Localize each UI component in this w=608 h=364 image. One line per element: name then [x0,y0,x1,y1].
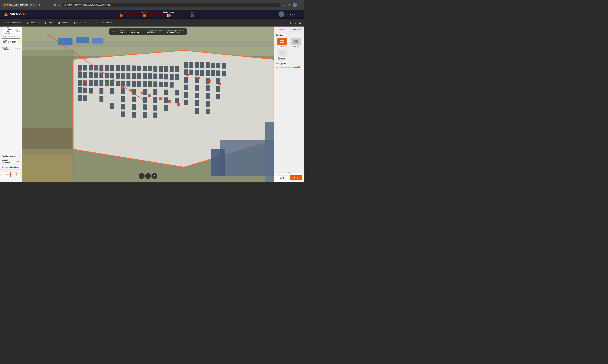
back-nav-btn[interactable]: ← [43,3,47,7]
view-all-btn[interactable]: ⛶ View all [87,21,100,25]
free-size-btn[interactable]: ⬚ Free size [12,171,21,177]
svg-rect-146 [220,140,274,176]
svg-rect-128 [83,80,86,82]
shadow-btn[interactable]: ◑ Shadow [57,21,69,25]
zoom-target-btn[interactable]: ⊕ [152,173,157,179]
browser-nav: ← → ↻ ⌂ 🔒 virtomax.com/#/project/663b2b2… [43,3,302,7]
svg-rect-157 [297,40,298,41]
svg-rect-31 [94,73,98,78]
svg-rect-67 [89,88,93,93]
left-panel-collapse-btn[interactable]: ▲ [0,179,22,182]
url-bar[interactable]: 🔒 virtomax.com/#/project/663b2b2daf65055… [62,3,281,7]
stats-energy-group: Energy yield production NaN kWh [147,30,164,34]
azimuth-section[interactable]: Azimuth alignment [+24°; -156°] ⊞ ▾ [0,158,22,165]
refresh-btn[interactable]: ↻ [53,3,56,7]
yield-settings-tab[interactable]: Yield settings [13,26,22,34]
transparent-modules-layer[interactable]: Transparent modules [276,49,289,61]
select-modules-btn[interactable]: ⬚ Select modules ▾ [2,21,22,25]
rotate-btn[interactable]: ↻ Rotate ▾ [101,21,113,25]
zoom-in-btn[interactable]: + [139,173,145,179]
layers-toolbar-btn[interactable]: ⊞ [298,20,302,25]
right-panel-collapse-btn[interactable]: ▲ [274,170,304,174]
svg-rect-29 [83,72,87,78]
settings-btn[interactable]: ⚙ [288,20,293,25]
step-project-info[interactable]: Project info ✓ [117,11,125,17]
svg-rect-120 [195,92,199,98]
bookmark-btn[interactable]: ☆ [282,3,286,7]
svg-rect-20 [137,66,141,71]
back-btn[interactable]: Back [276,175,289,181]
svg-rect-126 [195,108,199,114]
step-building[interactable]: Building ✓ [141,11,147,17]
svg-rect-104 [190,70,193,75]
tab-close-btn[interactable]: × [33,4,34,6]
fields-labels-layer[interactable]: Fields labels [290,38,302,48]
info-btn[interactable]: ℹ [293,20,297,25]
left-panel-back-btn[interactable]: ‹ [0,26,3,34]
extensions-btn[interactable]: 🧩 [287,3,291,7]
rotate-chevron: ▾ [111,22,112,24]
module-collapse-icon[interactable]: ▲ [18,48,20,50]
config-card[interactable]: END-72-350M[+24°; -156°] ⊞ [1,39,20,44]
stats-total-group: Total: [112,31,116,33]
layers-tab[interactable]: Layers [274,26,289,32]
auto-fill-btn[interactable]: ⊞ Auto fill [1,171,11,177]
view-3d-btn[interactable]: ▣ View 3D ▾ [72,21,86,25]
svg-rect-37 [126,73,130,79]
svg-rect-15 [110,65,114,71]
module-selection-header[interactable]: Module selection ↗ ⊿ ▲ [0,46,22,52]
module-filter-icon[interactable]: ⊿ [16,48,18,50]
mounting-system-section[interactable]: Mounting system ▾ [0,154,22,158]
hand-btn[interactable]: ✋ Hand [43,21,54,25]
pv-modules-layer[interactable]: PV modules [276,38,289,48]
active-tab[interactable]: Virto.MAX | Solar Design Tool × [2,3,37,7]
next-btn[interactable]: Next [290,175,303,181]
home-btn[interactable]: ⌂ [58,3,61,7]
svg-rect-151 [280,40,282,41]
map-view[interactable]: ↖ Total: Modules 1690 Pcs Power 591.5 Kw… [22,26,274,182]
svg-rect-99 [206,62,209,68]
svg-rect-75 [175,90,179,95]
app-menu-btn[interactable]: ⋮ [297,12,301,16]
svg-rect-164 [282,53,284,54]
pv-modules-label: PV modules [278,46,287,48]
shortcuts-tab-label: Shortcuts [292,28,301,30]
add-modules-btn[interactable]: ⊞ Add modules [25,21,42,25]
background-visibility-btn[interactable]: 👁 [276,66,278,69]
module-export-icon[interactable]: ↗ [14,48,16,50]
step-label-1: Building [141,11,147,13]
svg-rect-139 [207,79,210,82]
background-opacity-slider[interactable] [279,67,300,68]
azimuth-label: Azimuth alignment [1,160,12,163]
menu-btn[interactable]: ⋮ [298,3,302,7]
svg-rect-46 [175,74,179,80]
zoom-out-btn[interactable]: − [145,173,151,179]
config-edit-icon: ⊞ [17,40,19,42]
svg-rect-159 [295,41,297,43]
svg-rect-55 [121,81,125,86]
options-section[interactable]: Options and settings ▾ [0,165,22,169]
add-modules-label: Add modules [29,22,41,24]
fields-labels-label: Fields labels [291,46,300,48]
step-result[interactable]: Result [190,11,195,17]
shortcuts-tab[interactable]: Shortcuts [289,26,304,32]
step-module-layout[interactable]: Module layout [163,11,174,17]
svg-rect-127 [206,108,209,114]
profile-btn[interactable]: J [293,3,297,7]
user-avatar[interactable]: 👤 [278,11,284,17]
svg-rect-27 [175,66,179,72]
azimuth-icon: ⊞ [17,160,19,163]
tab-label: Virto.MAX | Solar Design Tool [7,4,32,6]
svg-rect-74 [164,90,168,95]
step-connector-2 [174,14,190,14]
language-selector[interactable]: EN ▾ [290,13,295,15]
new-tab-btn[interactable]: + [37,3,42,7]
tab-favicon [4,4,6,6]
avatar-chevron[interactable]: ▾ [287,13,288,15]
svg-rect-117 [206,85,209,91]
forward-nav-btn[interactable]: → [48,3,52,7]
auto-fill-label: Auto fill [4,173,10,175]
stats-performance-value: NaN kWh/kWp [167,32,184,34]
svg-rect-26 [169,66,174,72]
browser-chrome: Virto.MAX | Solar Design Tool × + ← → ↻ … [0,0,304,10]
